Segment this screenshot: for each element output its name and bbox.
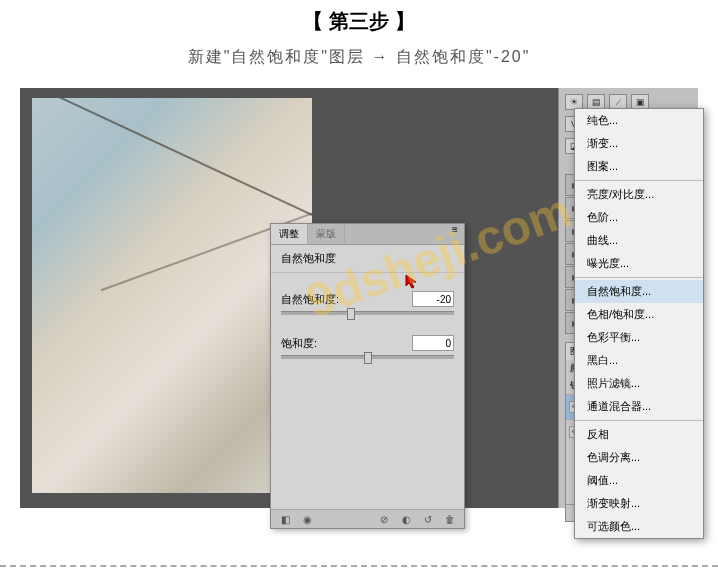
- panel-tabs: 调整 蒙版 ≡: [271, 224, 464, 245]
- panel-footer: ◧ ◉ ⊘ ◐ ↺ 🗑: [271, 509, 464, 528]
- menu-item[interactable]: 图案...: [575, 155, 703, 178]
- saturation-slider[interactable]: [281, 355, 454, 359]
- vibrance-adjustment-panel: 调整 蒙版 ≡ 自然饱和度 自然饱和度: 饱和度:: [270, 223, 465, 529]
- menu-item[interactable]: 色调分离...: [575, 446, 703, 469]
- menu-item[interactable]: 阈值...: [575, 469, 703, 492]
- menu-item[interactable]: 照片滤镜...: [575, 372, 703, 395]
- menu-item[interactable]: 反相: [575, 423, 703, 446]
- menu-item[interactable]: 色阶...: [575, 206, 703, 229]
- step-instruction: 新建"自然饱和度"图层 → 自然饱和度"-20": [0, 43, 718, 88]
- vibrance-slider[interactable]: [281, 311, 454, 315]
- menu-separator: [575, 180, 703, 181]
- menu-item[interactable]: 渐变...: [575, 132, 703, 155]
- menu-item[interactable]: 曲线...: [575, 229, 703, 252]
- menu-item[interactable]: 自然饱和度...: [575, 280, 703, 303]
- menu-item[interactable]: 曝光度...: [575, 252, 703, 275]
- menu-item[interactable]: 黑白...: [575, 349, 703, 372]
- menu-item[interactable]: 渐变映射...: [575, 492, 703, 515]
- cursor-indicator-panel: [404, 273, 420, 293]
- menu-item[interactable]: 可选颜色...: [575, 515, 703, 538]
- adjustment-context-menu: 纯色...渐变...图案...亮度/对比度...色阶...曲线...曝光度...…: [574, 108, 704, 539]
- step-title: 【 第三步 】: [0, 0, 718, 43]
- panel-menu-icon[interactable]: ≡: [446, 224, 464, 244]
- reset-icon[interactable]: ↺: [422, 513, 434, 525]
- menu-item[interactable]: 色相/饱和度...: [575, 303, 703, 326]
- eye-toggle-icon[interactable]: ◐: [400, 513, 412, 525]
- vibrance-value-input[interactable]: [412, 291, 454, 307]
- saturation-value-input[interactable]: [412, 335, 454, 351]
- menu-item[interactable]: 纯色...: [575, 109, 703, 132]
- tab-adjustments[interactable]: 调整: [271, 224, 308, 244]
- menu-separator: [575, 420, 703, 421]
- menu-item[interactable]: 亮度/对比度...: [575, 183, 703, 206]
- adjustment-layer-icon[interactable]: ◧: [279, 513, 291, 525]
- tab-masks[interactable]: 蒙版: [308, 224, 345, 244]
- trash-icon[interactable]: 🗑: [444, 513, 456, 525]
- adjustment-name: 自然饱和度: [271, 245, 464, 273]
- view-icon[interactable]: ◉: [301, 513, 313, 525]
- vibrance-slider-row: 自然饱和度:: [281, 291, 454, 315]
- menu-item[interactable]: 色彩平衡...: [575, 326, 703, 349]
- vibrance-label: 自然饱和度:: [281, 292, 339, 307]
- saturation-label: 饱和度:: [281, 336, 317, 351]
- divider: [0, 565, 718, 567]
- clip-icon[interactable]: ⊘: [378, 513, 390, 525]
- menu-item[interactable]: 通道混合器...: [575, 395, 703, 418]
- saturation-slider-row: 饱和度:: [281, 335, 454, 359]
- menu-separator: [575, 277, 703, 278]
